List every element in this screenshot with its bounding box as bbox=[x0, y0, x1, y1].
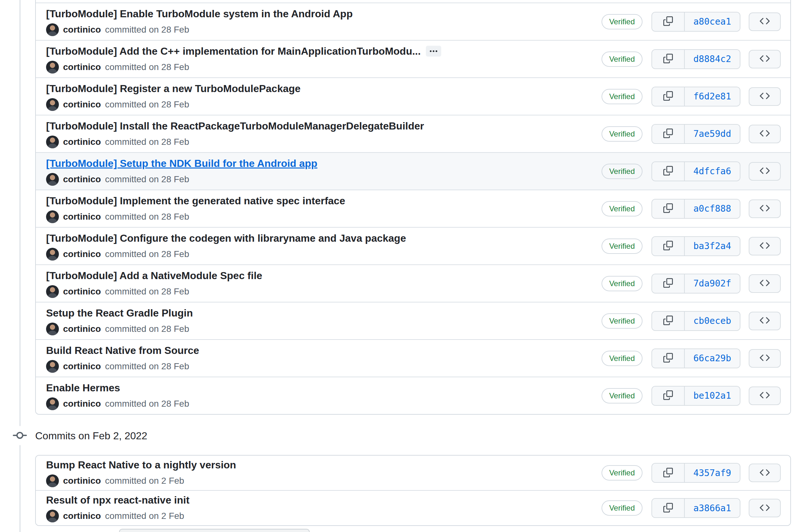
copy-sha-button[interactable] bbox=[652, 349, 685, 368]
commit-sha-link[interactable]: 4357af9 bbox=[685, 463, 740, 482]
author-link[interactable]: cortinico bbox=[63, 61, 101, 74]
author-link[interactable]: cortinico bbox=[63, 323, 101, 335]
author-link[interactable]: cortinico bbox=[63, 248, 101, 261]
browse-code-button[interactable] bbox=[749, 13, 781, 31]
avatar[interactable] bbox=[46, 173, 59, 186]
browse-code-button[interactable] bbox=[749, 162, 781, 180]
commit-title-link[interactable]: [TurboModule] Setup the NDK Build for th… bbox=[46, 157, 318, 170]
commit-title-link[interactable]: Build React Native from Source bbox=[46, 344, 199, 357]
avatar[interactable] bbox=[46, 136, 59, 148]
verified-badge[interactable]: Verified bbox=[601, 239, 642, 254]
browse-code-button[interactable] bbox=[749, 87, 781, 106]
author-link[interactable]: cortinico bbox=[63, 285, 101, 298]
verified-badge[interactable]: Verified bbox=[601, 388, 642, 403]
commit-sha-link[interactable]: a80cea1 bbox=[685, 13, 740, 31]
avatar[interactable] bbox=[46, 248, 59, 261]
avatar[interactable] bbox=[46, 323, 59, 335]
commit-title-link[interactable]: [TurboModule] Configure the codegen with… bbox=[46, 232, 406, 245]
commit-date-text: committed on 28 Feb bbox=[105, 285, 189, 298]
commit-title-link[interactable]: Enable Hermes bbox=[46, 381, 120, 394]
sha-button-group: a80cea1 bbox=[651, 12, 740, 32]
browse-code-button[interactable] bbox=[749, 237, 781, 255]
commit-sha-link[interactable]: 66ca29b bbox=[685, 349, 740, 368]
author-link[interactable]: cortinico bbox=[63, 510, 101, 522]
verified-badge[interactable]: Verified bbox=[601, 313, 642, 329]
verified-badge[interactable]: Verified bbox=[601, 351, 642, 366]
copy-sha-button[interactable] bbox=[652, 13, 685, 31]
commit-title-link[interactable]: [TurboModule] Implement the generated na… bbox=[46, 194, 345, 207]
commit-message-expander-button[interactable] bbox=[426, 46, 441, 57]
copy-sha-button[interactable] bbox=[652, 200, 685, 218]
commit-title-link[interactable]: [TurboModule] Add the C++ implementation… bbox=[46, 45, 421, 58]
author-link[interactable]: cortinico bbox=[63, 210, 101, 223]
commit-meta: cortinico committed on 28 Feb bbox=[46, 210, 601, 223]
commit-title-link[interactable]: Result of npx react-native init bbox=[46, 494, 189, 507]
browse-code-button[interactable] bbox=[749, 274, 781, 293]
commit-row-actions: Verified 4dfcfa6 bbox=[601, 162, 781, 181]
commit-sha-link[interactable]: cb0eceb bbox=[685, 312, 740, 330]
commit-sha-link[interactable]: 4dfcfa6 bbox=[685, 162, 740, 180]
copy-sha-button[interactable] bbox=[652, 162, 685, 180]
browse-code-button[interactable] bbox=[749, 50, 781, 69]
commit-list: Bump React Native to a nightly version c… bbox=[35, 455, 791, 526]
commit-sha-link[interactable]: d8884c2 bbox=[685, 50, 740, 69]
browse-code-button[interactable] bbox=[749, 463, 781, 482]
verified-badge[interactable]: Verified bbox=[601, 276, 642, 291]
author-link[interactable]: cortinico bbox=[63, 173, 101, 186]
commit-sha-link[interactable]: a0cf888 bbox=[685, 200, 740, 218]
verified-badge[interactable]: Verified bbox=[601, 14, 642, 30]
avatar[interactable] bbox=[46, 210, 59, 223]
copy-sha-button[interactable] bbox=[652, 50, 685, 69]
browse-code-button[interactable] bbox=[749, 386, 781, 405]
commit-title-link[interactable]: [TurboModule] Add a NativeModule Spec fi… bbox=[46, 269, 262, 282]
copy-sha-button[interactable] bbox=[652, 386, 685, 405]
avatar[interactable] bbox=[46, 360, 59, 373]
commit-sha-link[interactable]: f6d2e81 bbox=[685, 87, 740, 106]
browse-code-button[interactable] bbox=[749, 125, 781, 143]
code-icon bbox=[760, 16, 770, 27]
commit-meta: cortinico committed on 28 Feb bbox=[46, 98, 601, 111]
avatar[interactable] bbox=[46, 397, 59, 410]
verified-badge[interactable]: Verified bbox=[601, 126, 642, 141]
browse-code-button[interactable] bbox=[749, 349, 781, 368]
browse-code-button[interactable] bbox=[749, 200, 781, 218]
browse-code-button[interactable] bbox=[749, 312, 781, 330]
verified-badge[interactable]: Verified bbox=[601, 465, 642, 480]
copy-sha-button[interactable] bbox=[652, 499, 685, 517]
copy-sha-button[interactable] bbox=[652, 463, 685, 482]
avatar[interactable] bbox=[46, 61, 59, 74]
avatar[interactable] bbox=[46, 98, 59, 111]
commit-title-link[interactable]: [TurboModule] Install the ReactPackageTu… bbox=[46, 119, 424, 132]
author-link[interactable]: cortinico bbox=[63, 98, 101, 111]
avatar[interactable] bbox=[46, 23, 59, 36]
commit-row-main: [TurboModule] Install the ReactPackageTu… bbox=[46, 119, 601, 148]
verified-badge[interactable]: Verified bbox=[601, 52, 642, 67]
commit-sha-link[interactable]: a3866a1 bbox=[685, 499, 740, 517]
verified-badge[interactable]: Verified bbox=[601, 500, 642, 516]
copy-sha-button[interactable] bbox=[652, 237, 685, 255]
commit-title-link[interactable]: Bump React Native to a nightly version bbox=[46, 458, 236, 471]
copy-sha-button[interactable] bbox=[652, 125, 685, 143]
commit-sha-link[interactable]: be102a1 bbox=[685, 386, 740, 405]
author-link[interactable]: cortinico bbox=[63, 397, 101, 410]
author-link[interactable]: cortinico bbox=[63, 474, 101, 487]
author-link[interactable]: cortinico bbox=[63, 136, 101, 148]
author-link[interactable]: cortinico bbox=[63, 360, 101, 373]
copy-sha-button[interactable] bbox=[652, 274, 685, 293]
commit-sha-link[interactable]: 7da902f bbox=[685, 274, 740, 293]
avatar[interactable] bbox=[46, 474, 59, 487]
avatar[interactable] bbox=[46, 285, 59, 298]
browse-code-button[interactable] bbox=[749, 499, 781, 517]
verified-badge[interactable]: Verified bbox=[601, 164, 642, 179]
avatar[interactable] bbox=[46, 510, 59, 522]
commit-title-link[interactable]: [TurboModule] Enable TurboModule system … bbox=[46, 7, 352, 20]
author-link[interactable]: cortinico bbox=[63, 23, 101, 36]
commit-sha-link[interactable]: ba3f2a4 bbox=[685, 237, 740, 255]
verified-badge[interactable]: Verified bbox=[601, 89, 642, 104]
commit-title-link[interactable]: [TurboModule] Register a new TurboModule… bbox=[46, 82, 301, 95]
commit-title-link[interactable]: Setup the React Gradle Plugin bbox=[46, 307, 193, 319]
copy-sha-button[interactable] bbox=[652, 87, 685, 106]
commit-sha-link[interactable]: 7ae59dd bbox=[685, 125, 740, 143]
verified-badge[interactable]: Verified bbox=[601, 201, 642, 216]
copy-sha-button[interactable] bbox=[652, 312, 685, 330]
